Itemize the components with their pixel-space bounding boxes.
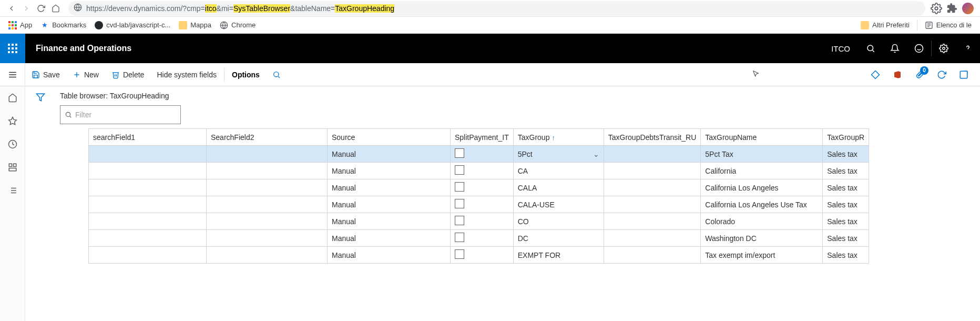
col-source[interactable]: Source <box>328 129 451 146</box>
reading-list-button[interactable]: Elenco di le <box>921 19 976 32</box>
menu-toggle-button[interactable] <box>0 63 25 86</box>
site-info-icon[interactable] <box>74 3 82 13</box>
filter-input-wrapper[interactable] <box>60 105 181 124</box>
cell-taxgroup[interactable]: EXMPT FOR <box>513 247 604 264</box>
table-row[interactable]: ManualCOColoradoSales tax <box>89 213 869 230</box>
bookmark-bookmarks[interactable]: ★ Bookmarks <box>36 19 90 32</box>
checkbox[interactable] <box>455 199 464 208</box>
checkbox[interactable] <box>455 165 464 175</box>
cell-taxgroup[interactable]: CALA-USE <box>513 196 604 213</box>
cell-taxgroup[interactable]: DC <box>513 230 604 247</box>
notifications-icon[interactable] <box>883 34 907 63</box>
power-apps-icon[interactable] <box>865 63 885 86</box>
cell-sf1[interactable] <box>89 196 207 213</box>
cell-debts[interactable] <box>604 196 701 213</box>
app-launcher-button[interactable] <box>0 34 25 63</box>
bookmark-other-favorites[interactable]: Altri Preferiti <box>856 19 914 32</box>
cell-source[interactable]: Manual <box>328 196 451 213</box>
cell-split[interactable] <box>451 179 514 196</box>
chevron-down-icon[interactable]: ⌄ <box>593 150 599 158</box>
cell-round[interactable]: Sales tax <box>823 213 869 230</box>
table-row[interactable]: ManualCALACalifornia Los AngelesSales ta… <box>89 179 869 196</box>
cell-round[interactable]: Sales tax <box>823 230 869 247</box>
table-row[interactable]: Manual5Pct⌄5Pct TaxSales tax <box>89 146 869 163</box>
cell-name[interactable]: California Los Angeles <box>701 179 823 196</box>
settings-icon[interactable] <box>932 34 956 63</box>
col-searchfield2[interactable]: SearchField2 <box>207 129 328 146</box>
table-row[interactable]: ManualCALA-USECalifornia Los Angeles Use… <box>89 196 869 213</box>
cell-source[interactable]: Manual <box>328 247 451 264</box>
hide-system-fields-button[interactable]: Hide system fields <box>150 63 223 86</box>
forward-button[interactable] <box>19 1 34 16</box>
cell-source[interactable]: Manual <box>328 213 451 230</box>
cell-sf2[interactable] <box>207 230 328 247</box>
checkbox[interactable] <box>455 233 464 242</box>
company-label[interactable]: ITCO <box>823 44 859 53</box>
cell-sf1[interactable] <box>89 163 207 179</box>
search-icon[interactable] <box>859 34 883 63</box>
col-round[interactable]: TaxGroupR <box>823 129 869 146</box>
cell-source[interactable]: Manual <box>328 230 451 247</box>
new-button[interactable]: New <box>66 63 105 86</box>
popout-button[interactable] <box>954 63 974 86</box>
cell-taxgroup[interactable]: CALA <box>513 179 604 196</box>
bookmark-cvdlab[interactable]: cvd-lab/javascript-c... <box>90 19 175 32</box>
cell-sf1[interactable] <box>89 230 207 247</box>
cell-taxgroup[interactable]: 5Pct⌄ <box>513 146 604 163</box>
rail-modules[interactable] <box>0 179 25 202</box>
bookmark-chrome[interactable]: Chrome <box>216 19 260 32</box>
help-icon[interactable] <box>956 34 980 63</box>
save-button[interactable]: Save <box>25 63 66 86</box>
cell-split[interactable] <box>451 213 514 230</box>
cell-round[interactable]: Sales tax <box>823 163 869 179</box>
table-row[interactable]: ManualCACaliforniaSales tax <box>89 163 869 179</box>
bookmark-mappa[interactable]: Mappa <box>175 19 216 32</box>
col-debts[interactable]: TaxGroupDebtsTransit_RU <box>604 129 701 146</box>
cell-taxgroup[interactable]: CA <box>513 163 604 179</box>
checkbox[interactable] <box>455 148 464 158</box>
refresh-button[interactable] <box>932 63 952 86</box>
cell-debts[interactable] <box>604 163 701 179</box>
cell-sf2[interactable] <box>207 146 328 163</box>
filter-pane-toggle[interactable] <box>36 92 47 104</box>
cell-debts[interactable] <box>604 247 701 264</box>
cell-name[interactable]: Washington DC <box>701 230 823 247</box>
cell-sf1[interactable] <box>89 146 207 163</box>
table-row[interactable]: ManualEXMPT FORTax exempt im/exportSales… <box>89 247 869 264</box>
checkbox[interactable] <box>455 182 464 192</box>
rail-recent[interactable] <box>0 133 25 156</box>
profile-avatar[interactable] <box>962 3 974 14</box>
cell-name[interactable]: California <box>701 163 823 179</box>
col-searchfield1[interactable]: searchField1 <box>89 129 207 146</box>
table-row[interactable]: ManualDCWashington DCSales tax <box>89 230 869 247</box>
checkbox[interactable] <box>455 216 464 225</box>
cell-name[interactable]: Colorado <box>701 213 823 230</box>
rail-workspaces[interactable] <box>0 156 25 179</box>
cell-debts[interactable] <box>604 179 701 196</box>
options-button[interactable]: Options <box>226 63 266 86</box>
reload-button[interactable] <box>34 1 48 16</box>
cell-round[interactable]: Sales tax <box>823 196 869 213</box>
cell-split[interactable] <box>451 247 514 264</box>
cell-round[interactable]: Sales tax <box>823 179 869 196</box>
cell-sf2[interactable] <box>207 196 328 213</box>
cell-name[interactable]: 5Pct Tax <box>701 146 823 163</box>
cell-split[interactable] <box>451 163 514 179</box>
cell-name[interactable]: California Los Angeles Use Tax <box>701 196 823 213</box>
address-bar[interactable]: https://devenv.dynamics.com/?cmp=itco&mi… <box>68 1 925 16</box>
delete-button[interactable]: Delete <box>105 63 150 86</box>
cell-sf1[interactable] <box>89 247 207 264</box>
cell-taxgroup[interactable]: CO <box>513 213 604 230</box>
page-search-button[interactable] <box>266 63 287 86</box>
extension-settings-icon[interactable] <box>931 3 942 14</box>
cell-debts[interactable] <box>604 213 701 230</box>
home-button[interactable] <box>48 1 63 16</box>
cell-debts[interactable] <box>604 230 701 247</box>
cell-source[interactable]: Manual <box>328 163 451 179</box>
cell-source[interactable]: Manual <box>328 146 451 163</box>
cell-sf2[interactable] <box>207 163 328 179</box>
cell-sf2[interactable] <box>207 179 328 196</box>
filter-input[interactable] <box>75 111 176 119</box>
back-button[interactable] <box>4 1 19 16</box>
cell-name[interactable]: Tax exempt im/export <box>701 247 823 264</box>
